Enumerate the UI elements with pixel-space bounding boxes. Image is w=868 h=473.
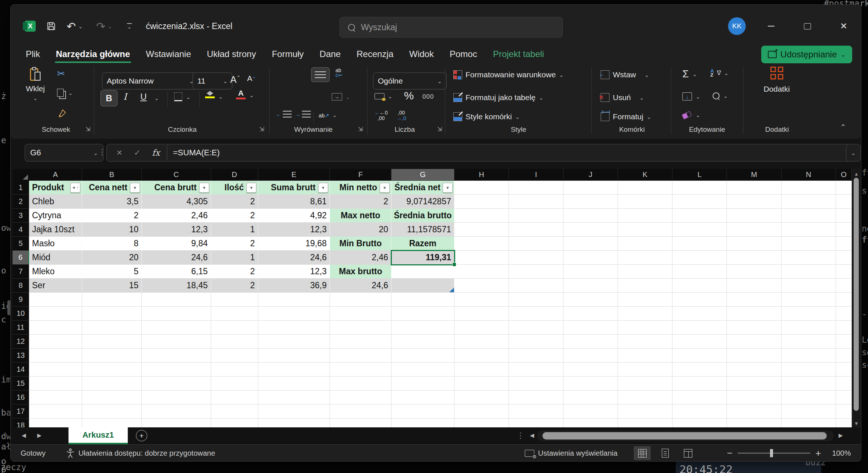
number-format-select[interactable]: Ogólne⌄ (373, 73, 447, 89)
cell-F16[interactable] (330, 391, 391, 405)
cell-C12[interactable] (142, 335, 211, 349)
cell-G6[interactable]: 119,31 (391, 251, 454, 265)
fill-color-button[interactable]: ⌄ (205, 91, 223, 99)
insert-function-icon[interactable]: fx (152, 148, 160, 158)
cell-I5[interactable] (509, 237, 563, 251)
cell-M17[interactable] (727, 405, 781, 419)
cell-B14[interactable] (82, 363, 142, 377)
close-button[interactable]: ✕ (836, 20, 851, 33)
cell-G14[interactable] (391, 363, 454, 377)
cell-N8[interactable] (781, 279, 836, 293)
cell-H10[interactable] (454, 307, 509, 321)
table-header-cena-nett[interactable]: Cena nett▼ (82, 181, 142, 195)
column-header-B[interactable]: B (82, 169, 142, 181)
row-header-17[interactable]: 17 (13, 405, 29, 419)
cell-A15[interactable] (29, 377, 82, 391)
cell-E2[interactable]: 8,61 (258, 195, 330, 209)
column-header-E[interactable]: E (258, 169, 330, 181)
cell-O6[interactable] (836, 251, 852, 265)
cell-C17[interactable] (142, 405, 211, 419)
cell-G15[interactable] (391, 377, 454, 391)
cell-A16[interactable] (29, 391, 82, 405)
clear-button[interactable]: ⌄ (682, 112, 700, 118)
cell-N3[interactable] (781, 209, 836, 223)
cell-I2[interactable] (509, 195, 563, 209)
tab-plik[interactable]: Plik (25, 48, 41, 60)
row-header-6[interactable]: 6 (13, 251, 29, 265)
cell-H1[interactable] (454, 181, 509, 195)
cell-N5[interactable] (781, 237, 836, 251)
cell-H2[interactable] (454, 195, 509, 209)
cell-K10[interactable] (618, 307, 672, 321)
cell-E15[interactable] (258, 377, 330, 391)
cell-H11[interactable] (454, 321, 509, 335)
cell-B8[interactable]: 15 (82, 279, 142, 293)
decrease-decimal-button[interactable]: ,00→,0 (397, 110, 406, 121)
orientation-button[interactable]: ab↗⌄ (319, 112, 337, 119)
bold-button[interactable]: B (101, 90, 117, 106)
cell-K8[interactable] (618, 279, 672, 293)
zoom-slider[interactable] (738, 453, 810, 453)
zoom-in-button[interactable]: + (815, 448, 821, 459)
format-cells-button[interactable]: ⊢⊣ Formatuj⌄ (601, 112, 651, 121)
share-button[interactable]: Udostępnianie⌄ (761, 46, 852, 63)
row-header-15[interactable]: 15 (13, 377, 29, 391)
font-color-button[interactable]: A ⌄ (236, 89, 254, 99)
cell-C9[interactable] (142, 293, 211, 307)
cell-N4[interactable] (781, 223, 836, 237)
cell-C5[interactable]: 9,84 (142, 237, 211, 251)
cell-M18[interactable] (727, 419, 781, 427)
cell-L13[interactable] (672, 349, 727, 363)
row-header-2[interactable]: 2 (13, 195, 29, 209)
cell-N11[interactable] (781, 321, 836, 335)
cell-C3[interactable]: 2,46 (142, 209, 211, 223)
cell-H8[interactable] (454, 279, 509, 293)
add-sheet-button[interactable]: + (136, 430, 147, 441)
cell-G5[interactable]: Razem (391, 237, 454, 251)
cell-L8[interactable] (672, 279, 727, 293)
cell-H17[interactable] (454, 405, 509, 419)
autosum-button[interactable]: Σ⌄ (682, 68, 697, 80)
search-input[interactable]: Wyszukaj (340, 17, 563, 38)
cell-B3[interactable]: 2 (82, 209, 142, 223)
cell-F9[interactable] (330, 293, 391, 307)
minimize-button[interactable] (764, 20, 779, 33)
tab-widok[interactable]: Widok (409, 48, 434, 60)
clipboard-dialog-launcher[interactable]: ⇲ (85, 126, 90, 133)
cell-K18[interactable] (618, 419, 672, 427)
cell-I1[interactable] (509, 181, 563, 195)
cell-E4[interactable]: 12,3 (258, 223, 330, 237)
cell-C11[interactable] (142, 321, 211, 335)
cell-N10[interactable] (781, 307, 836, 321)
cell-B6[interactable]: 20 (82, 251, 142, 265)
cell-C8[interactable]: 18,45 (142, 279, 211, 293)
copy-button[interactable]: ⌄ (57, 89, 73, 97)
zoom-out-button[interactable]: − (727, 448, 732, 459)
cell-I16[interactable] (509, 391, 563, 405)
enter-formula-icon[interactable]: ✓ (134, 148, 141, 157)
column-header-J[interactable]: J (563, 169, 618, 181)
zoom-slider-thumb[interactable] (770, 449, 773, 457)
increase-indent-button[interactable]: → (295, 111, 311, 118)
tab-formu-y[interactable]: Formuły (271, 48, 304, 60)
cell-K11[interactable] (618, 321, 672, 335)
cell-O8[interactable] (836, 279, 852, 293)
cell-A13[interactable] (29, 349, 82, 363)
sort-filter-button[interactable]: AZ ∇⌄ (710, 69, 728, 77)
horizontal-scrollbar-thumb[interactable] (542, 432, 827, 440)
borders-button[interactable]: ⌄ (174, 92, 191, 101)
cancel-formula-icon[interactable]: ✕ (116, 148, 123, 157)
cell-B10[interactable] (82, 307, 142, 321)
row-header-1[interactable]: 1 (13, 181, 29, 195)
cell-J2[interactable] (563, 195, 618, 209)
avatar[interactable]: KK (728, 17, 746, 35)
cell-K13[interactable] (618, 349, 672, 363)
cell-I17[interactable] (509, 405, 563, 419)
cell-D15[interactable] (211, 377, 258, 391)
row-header-12[interactable]: 12 (13, 335, 29, 349)
cell-D6[interactable]: 1 (211, 251, 258, 265)
cell-I13[interactable] (509, 349, 563, 363)
cell-N16[interactable] (781, 391, 836, 405)
spreadsheet-grid[interactable]: ABCDEFGHIJKLMNO1234567891011121314151617… (13, 169, 852, 427)
tab-pomoc[interactable]: Pomoc (449, 48, 478, 60)
